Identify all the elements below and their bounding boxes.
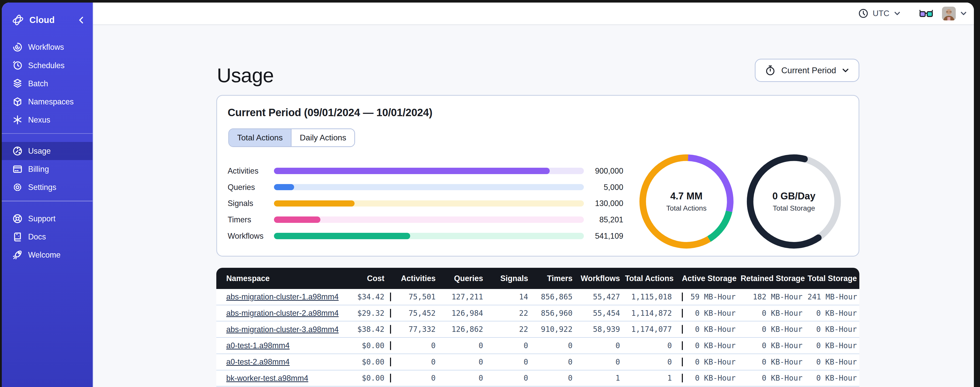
table-cell-total-storage: 0 KB-Hour bbox=[808, 358, 859, 366]
sidebar-item-welcome[interactable]: Welcome bbox=[2, 246, 92, 264]
sidebar-item-batch[interactable]: Batch bbox=[2, 75, 92, 93]
donut-label: Total Storage bbox=[773, 204, 815, 213]
table-cell-namespace: a0-test-1.a98mm4 bbox=[216, 341, 345, 350]
actions-tabs: Total ActionsDaily Actions bbox=[228, 128, 355, 147]
schedules-icon bbox=[13, 60, 22, 70]
column-header-activities: Activities bbox=[390, 274, 441, 283]
workflows-icon bbox=[13, 42, 22, 52]
table-body: abs-migration-cluster-1.a98mm4$34.4275,5… bbox=[216, 289, 859, 387]
namespace-link[interactable]: abs-migration-cluster-3.a98mm4 bbox=[226, 325, 339, 334]
table-cell-total-actions: 1,114,872 bbox=[625, 309, 682, 318]
column-header-retained-storage: Retained Storage bbox=[741, 274, 808, 283]
sidebar-item-label: Usage bbox=[28, 147, 51, 155]
sidebar-item-schedules[interactable]: Schedules bbox=[2, 56, 92, 74]
table-cell-workflows: 0 bbox=[578, 358, 625, 366]
column-header-total-storage: Total Storage bbox=[808, 274, 859, 283]
bar-value: 5,000 bbox=[584, 183, 623, 192]
bar-fill bbox=[274, 184, 294, 190]
glasses-icon bbox=[919, 9, 933, 18]
table-cell-active-storage: 0 KB-Hour bbox=[682, 374, 740, 382]
table-cell-activities: 75,501 bbox=[390, 293, 441, 301]
table-cell-cost: $0.00 bbox=[345, 358, 390, 366]
user-menu-button[interactable] bbox=[960, 10, 967, 17]
table-cell-active-storage: 0 KB-Hour bbox=[682, 358, 740, 366]
sidebar-item-settings[interactable]: Settings bbox=[2, 178, 92, 196]
namespace-link[interactable]: bk-worker-test.a98mm4 bbox=[226, 374, 309, 382]
table-cell-cost: $29.32 bbox=[345, 309, 390, 318]
usage-bar-chart: Activities900,000Queries5,000Signals130,… bbox=[228, 163, 623, 244]
table-cell-signals: 14 bbox=[488, 293, 533, 301]
period-selector-button[interactable]: Current Period bbox=[755, 59, 859, 82]
sidebar-item-label: Billing bbox=[28, 165, 49, 174]
table-cell-cost: $0.00 bbox=[345, 374, 390, 382]
sidebar-groups: WorkflowsSchedulesBatchNamespacesNexusUs… bbox=[2, 38, 92, 264]
table-cell-activities: 75,452 bbox=[390, 309, 441, 318]
sidebar-item-label: Batch bbox=[28, 79, 48, 88]
bar-label: Signals bbox=[228, 199, 274, 208]
tab-total-actions[interactable]: Total Actions bbox=[229, 129, 291, 147]
table-cell-total-actions: 0 bbox=[625, 341, 682, 350]
user-avatar[interactable] bbox=[942, 6, 956, 21]
namespace-link[interactable]: abs-migration-cluster-2.a98mm4 bbox=[226, 309, 339, 317]
chevron-down-icon bbox=[960, 10, 967, 17]
table-header-row: NamespaceCostActivitiesQueriesSignalsTim… bbox=[216, 268, 859, 289]
sidebar-item-support[interactable]: Support bbox=[2, 209, 92, 228]
table-cell-timers: 0 bbox=[533, 374, 578, 382]
sidebar-item-label: Docs bbox=[28, 232, 46, 241]
column-header-total-actions: Total Actions bbox=[625, 274, 682, 283]
bar-value: 130,000 bbox=[584, 199, 623, 208]
sidebar-item-usage[interactable]: Usage bbox=[2, 142, 92, 160]
table-cell-retained-storage: 0 KB-Hour bbox=[741, 374, 808, 382]
namespace-link[interactable]: abs-migration-cluster-1.a98mm4 bbox=[226, 292, 339, 301]
bar-fill bbox=[274, 200, 355, 207]
sidebar-item-label: Settings bbox=[28, 183, 56, 192]
table-cell-signals: 22 bbox=[488, 325, 533, 334]
bar-label: Timers bbox=[228, 215, 274, 224]
table-cell-retained-storage: 182 MB-Hour bbox=[741, 293, 808, 301]
table-cell-queries: 0 bbox=[441, 341, 488, 350]
namespace-usage-table: NamespaceCostActivitiesQueriesSignalsTim… bbox=[216, 268, 859, 387]
column-header-timers: Timers bbox=[533, 274, 578, 283]
donut-label: Total Actions bbox=[666, 204, 706, 213]
docs-icon bbox=[13, 232, 22, 242]
namespace-link[interactable]: a0-test-1.a98mm4 bbox=[226, 341, 290, 350]
donut-center: 4.7 MMTotal Actions bbox=[639, 154, 734, 249]
sidebar-brand[interactable]: Cloud bbox=[2, 10, 92, 30]
table-cell-timers: 0 bbox=[533, 358, 578, 366]
timezone-selector[interactable]: UTC bbox=[858, 8, 900, 18]
sidebar-divider bbox=[2, 201, 92, 201]
bar-track bbox=[274, 184, 584, 190]
table-cell-cost: $0.00 bbox=[345, 341, 390, 350]
collapse-sidebar-icon[interactable] bbox=[78, 16, 85, 24]
sidebar-item-docs[interactable]: Docs bbox=[2, 228, 92, 246]
table-cell-active-storage: 0 KB-Hour bbox=[682, 325, 740, 334]
sidebar-item-nexus[interactable]: Nexus bbox=[2, 111, 92, 129]
batch-icon bbox=[13, 78, 22, 88]
bar-value: 900,000 bbox=[584, 166, 623, 175]
table-row: bk-worker-test.a98mm4$0.000000110 KB-Hou… bbox=[216, 370, 859, 387]
sidebar-item-namespaces[interactable]: Namespaces bbox=[2, 93, 92, 111]
table-cell-queries: 126,984 bbox=[441, 309, 488, 318]
table-cell-workflows: 55,454 bbox=[578, 309, 625, 318]
sidebar-item-workflows[interactable]: Workflows bbox=[2, 38, 92, 56]
stopwatch-icon bbox=[765, 65, 776, 76]
cloud-logo-icon bbox=[12, 14, 24, 26]
table-cell-signals: 0 bbox=[488, 374, 533, 382]
support-icon bbox=[13, 214, 22, 224]
sidebar-item-label: Support bbox=[28, 214, 55, 223]
table-cell-workflows: 0 bbox=[578, 341, 625, 350]
card-title: Current Period (09/01/2024 — 10/01/2024) bbox=[228, 106, 432, 119]
sidebar-item-billing[interactable]: Billing bbox=[2, 160, 92, 178]
column-header-cost: Cost bbox=[345, 274, 390, 283]
table-cell-timers: 0 bbox=[533, 341, 578, 350]
table-row: a0-test-1.a98mm4$0.000000000 KB-Hour0 KB… bbox=[216, 338, 859, 354]
sidebar-item-label: Schedules bbox=[28, 61, 65, 70]
sidebar: Cloud WorkflowsSchedulesBatchNamespacesN… bbox=[2, 3, 93, 387]
namespace-link[interactable]: a0-test-2.a98mm4 bbox=[226, 357, 290, 366]
usage-icon bbox=[13, 146, 22, 156]
feedback-glasses-button[interactable] bbox=[919, 9, 933, 18]
table-cell-queries: 127,211 bbox=[441, 293, 488, 301]
tab-daily-actions[interactable]: Daily Actions bbox=[291, 129, 354, 147]
table-cell-retained-storage: 0 KB-Hour bbox=[741, 325, 808, 334]
table-cell-namespace: a0-test-2.a98mm4 bbox=[216, 357, 345, 366]
